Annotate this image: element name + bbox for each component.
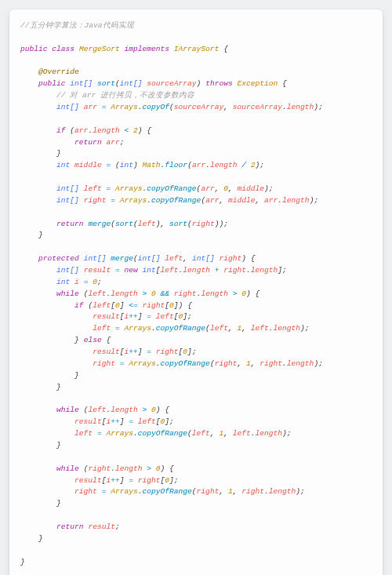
v: length — [111, 289, 138, 298]
v: arr — [201, 184, 214, 193]
kw-while: while — [56, 464, 79, 473]
v: right — [192, 220, 215, 228]
v: right — [143, 301, 165, 310]
v: right — [241, 487, 264, 496]
v: length — [269, 487, 296, 496]
v: length — [287, 103, 314, 111]
pp: ++ — [111, 417, 120, 426]
b: } — [56, 383, 61, 391]
eq: = — [102, 103, 107, 111]
s: ; — [223, 220, 228, 228]
eq: = — [147, 348, 151, 356]
v: left — [138, 417, 156, 426]
b: } — [38, 231, 43, 239]
b: { — [169, 464, 174, 473]
kw-public: public — [20, 45, 48, 53]
eq: = — [97, 429, 102, 438]
c: , — [237, 359, 241, 368]
t: int[] — [56, 103, 79, 111]
b: { — [106, 336, 111, 344]
c: Arrays — [111, 487, 138, 496]
p: ) — [179, 301, 183, 310]
kw-while: while — [56, 406, 79, 414]
c: , — [210, 429, 215, 438]
v: left — [233, 429, 251, 438]
t: int — [56, 161, 70, 169]
v: left — [210, 324, 228, 333]
c: , — [241, 324, 246, 333]
pl: + — [215, 266, 220, 275]
brace-open: { — [223, 45, 228, 53]
p: ) — [138, 126, 143, 135]
leq: <= — [129, 301, 138, 310]
c: , — [161, 220, 165, 228]
v: result — [74, 476, 102, 485]
c: , — [228, 184, 233, 193]
s: ; — [97, 278, 102, 286]
v: left — [88, 406, 106, 414]
b: } — [56, 499, 61, 508]
v: result — [93, 312, 120, 321]
p: ) — [241, 254, 246, 263]
v: arr — [264, 196, 278, 205]
kw-if: if — [56, 126, 66, 135]
v: left — [93, 301, 111, 310]
inner-comment: // 对 arr 进行拷贝，不改变参数内容 — [56, 91, 194, 100]
c: , — [183, 254, 187, 263]
b: } — [38, 534, 43, 543]
b: } — [74, 371, 79, 380]
v: left — [165, 254, 183, 263]
c: Arrays — [115, 184, 143, 193]
v: length — [115, 464, 143, 473]
kw-prot: protected — [38, 254, 79, 263]
kw-public2: public — [38, 79, 66, 88]
kw-ret: return — [56, 220, 84, 228]
c: , — [256, 196, 260, 205]
v: left — [161, 266, 179, 275]
kw-ret: return — [74, 138, 102, 147]
v: length — [287, 359, 314, 368]
v: left — [192, 429, 210, 438]
t: int[] — [56, 266, 79, 275]
eq: = — [84, 278, 89, 286]
s: ; — [120, 138, 125, 147]
v: length — [274, 324, 301, 333]
eq: = — [129, 476, 133, 485]
v: left — [251, 324, 269, 333]
eq: = — [106, 161, 111, 169]
v-res: result — [84, 266, 111, 275]
cs: ] — [138, 348, 143, 356]
pp: ++ — [129, 348, 138, 356]
v: arr — [74, 126, 88, 135]
c: , — [233, 487, 238, 496]
v: right — [138, 476, 161, 485]
t: int[] — [84, 254, 107, 263]
v-mid: middle — [74, 161, 102, 169]
pp: ++ — [111, 476, 120, 485]
c: Arrays — [111, 103, 138, 111]
kw-ret: return — [56, 522, 84, 531]
b: { — [147, 126, 151, 135]
eq: = — [129, 417, 133, 426]
eq: = — [115, 266, 120, 275]
t: int[] — [138, 254, 161, 263]
s: ; — [287, 429, 292, 438]
v: middle — [237, 184, 264, 193]
cls-iarraysort: IArraySort — [174, 45, 220, 53]
p: ) — [197, 79, 201, 88]
n: 0 — [151, 289, 156, 298]
v-left: left — [84, 184, 102, 193]
v: arr — [192, 161, 205, 169]
gt: > — [147, 464, 151, 473]
cs: ] — [120, 476, 125, 485]
f: copyOfRange — [161, 359, 210, 368]
cls-exc: Exception — [237, 79, 278, 88]
eq: = — [102, 487, 107, 496]
v: right — [93, 359, 115, 368]
pn-src: sourceArray — [147, 79, 196, 88]
f: copyOfRange — [143, 487, 192, 496]
v: left — [93, 324, 111, 333]
v: right — [88, 464, 111, 473]
b: { — [187, 301, 192, 310]
v: right — [74, 487, 97, 496]
